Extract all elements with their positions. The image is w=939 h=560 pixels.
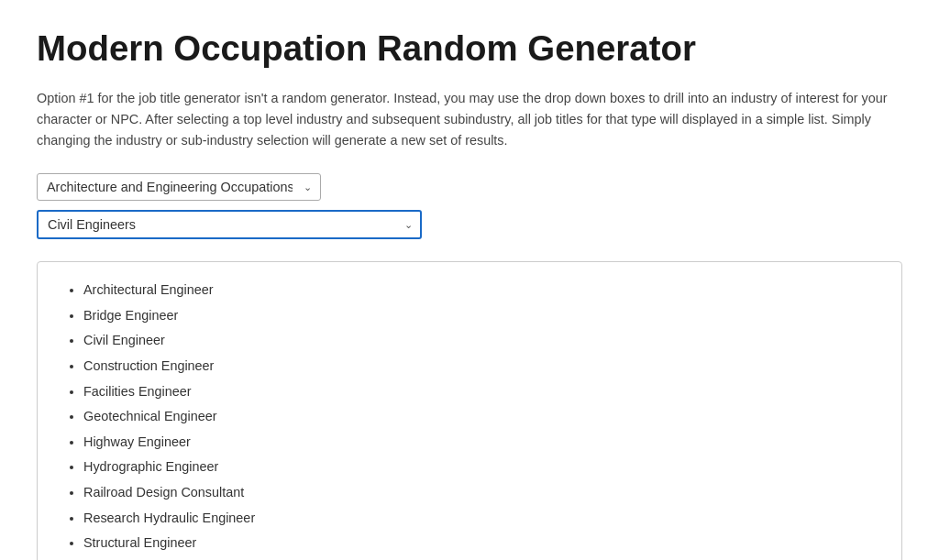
page-title: Modern Occupation Random Generator (37, 27, 902, 70)
list-item: Facilities Engineer (83, 382, 883, 402)
list-item: Research Hydraulic Engineer (83, 509, 883, 529)
list-item: Architectural Engineer (83, 280, 883, 301)
list-item: Bridge Engineer (83, 306, 883, 326)
secondary-dropdown-wrapper: Civil EngineersArchitectsSurveyorsDrafte… (37, 210, 422, 239)
results-box: Architectural EngineerBridge EngineerCiv… (37, 261, 902, 560)
subindustry-dropdown[interactable]: Civil EngineersArchitectsSurveyorsDrafte… (37, 210, 422, 239)
industry-dropdown[interactable]: Architecture and Engineering Occupations… (37, 173, 321, 201)
primary-dropdown-wrapper: Architecture and Engineering Occupations… (37, 173, 321, 201)
list-item: Railroad Design Consultant (83, 483, 883, 503)
list-item: Structural Engineer (83, 533, 883, 554)
list-item: Geotechnical Engineer (83, 407, 883, 427)
list-item: Highway Engineer (83, 433, 883, 453)
list-item: Construction Engineer (83, 357, 883, 377)
list-item: Civil Engineer (83, 331, 883, 351)
results-list: Architectural EngineerBridge EngineerCiv… (65, 280, 883, 554)
page-description: Option #1 for the job title generator is… (37, 88, 902, 151)
dropdowns-section: Architecture and Engineering Occupations… (37, 173, 902, 239)
list-item: Hydrographic Engineer (83, 457, 883, 478)
